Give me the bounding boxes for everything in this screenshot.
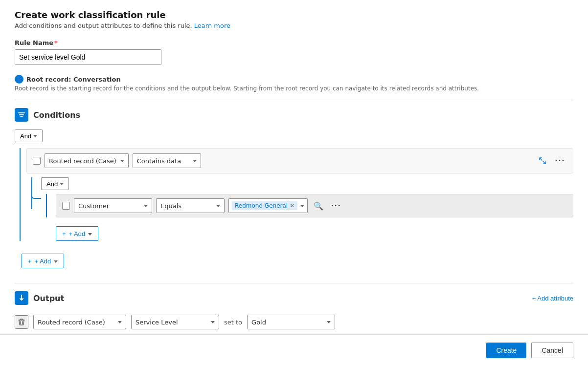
inner-add-button[interactable]: + + Add <box>56 226 98 241</box>
tag-input[interactable]: Redmond General ✕ <box>228 198 308 213</box>
output-title: Output <box>33 294 64 303</box>
and-operator-inner: And <box>41 177 573 190</box>
conditions-icon <box>15 108 28 122</box>
expand-button[interactable] <box>536 154 549 168</box>
conditions-title: Conditions <box>33 110 80 120</box>
page-subtitle: Add conditions and output attributes to … <box>15 22 573 29</box>
rule-name-label: Rule Name* <box>15 39 573 46</box>
search-button[interactable]: 🔍 <box>312 199 325 213</box>
inner-and-operator-btn[interactable]: And <box>41 177 69 190</box>
output-row: Routed record (Case) Service Level set t… <box>15 312 573 332</box>
chevron-down-icon <box>144 205 148 207</box>
outer-condition-dropdown2[interactable]: Contains data <box>133 153 201 168</box>
chevron-down-icon <box>120 160 124 162</box>
set-to-label: set to <box>224 319 242 326</box>
tag-chevron-icon <box>300 205 304 207</box>
output-dropdown2[interactable]: Service Level <box>131 315 219 329</box>
create-button[interactable]: Create <box>486 343 526 358</box>
chevron-down-icon <box>211 321 215 323</box>
more-options-button[interactable]: ··· <box>553 154 567 168</box>
add-attribute-button[interactable]: + Add attribute <box>532 295 573 302</box>
chevron-down-icon <box>60 183 64 185</box>
output-dropdown3[interactable]: Gold <box>247 315 335 329</box>
chevron-down-icon <box>54 260 58 263</box>
chevron-down-icon <box>327 321 331 323</box>
outer-condition-dropdown1[interactable]: Routed record (Case) <box>45 153 129 168</box>
root-record-icon: 👤 <box>15 75 23 84</box>
root-record-description: Root record is the starting record for t… <box>15 85 573 92</box>
chevron-down-icon <box>33 135 37 137</box>
and-operator-btn[interactable]: And <box>15 129 43 142</box>
chevron-down-icon <box>216 205 220 207</box>
rule-name-input[interactable] <box>15 49 161 65</box>
output-icon <box>15 291 28 305</box>
inner-condition-checkbox[interactable] <box>62 202 70 210</box>
page-title: Create work classification rule <box>15 10 573 20</box>
outer-add-button[interactable]: + + Add <box>22 254 64 268</box>
chevron-down-icon <box>88 233 92 236</box>
tag-close-icon[interactable]: ✕ <box>290 203 294 209</box>
cancel-button[interactable]: Cancel <box>531 343 573 358</box>
output-dropdown1[interactable]: Routed record (Case) <box>33 315 126 329</box>
outer-condition-checkbox[interactable] <box>33 157 41 165</box>
and-operator-outer: And <box>15 129 43 142</box>
tag-value: Redmond General ✕ <box>232 201 297 210</box>
inner-more-options-button[interactable]: ··· <box>329 199 343 213</box>
outer-condition-row: Routed record (Case) Contains data ··· <box>26 148 573 173</box>
output-section-header: Output <box>15 291 64 305</box>
inner-condition-dropdown2[interactable]: Equals <box>156 198 225 213</box>
learn-more-link[interactable]: Learn more <box>194 22 230 29</box>
inner-condition-row: Customer Equals Redmond General ✕ <box>56 194 573 217</box>
delete-output-button[interactable] <box>15 315 28 329</box>
chevron-down-icon <box>118 321 122 323</box>
conditions-section-header: Conditions <box>15 108 573 122</box>
root-record-label: Root record: Conversation <box>26 76 121 83</box>
chevron-down-icon <box>193 160 197 162</box>
inner-condition-dropdown1[interactable]: Customer <box>74 198 152 213</box>
action-bar: Create Cancel <box>0 334 588 366</box>
